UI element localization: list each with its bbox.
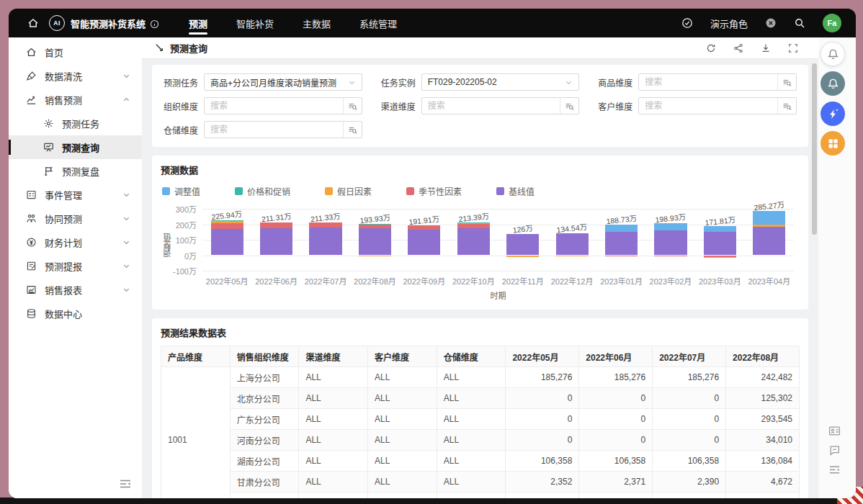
role-label[interactable]: 演示角色 [710, 17, 748, 30]
download-icon[interactable] [761, 43, 771, 53]
value-cell: 106,358 [506, 451, 579, 472]
nav-item-3[interactable]: 主数据 [300, 9, 333, 37]
bar-group-2023年04月: 285.27万 [745, 209, 794, 271]
bar-segment-假日因素[interactable] [753, 225, 785, 227]
legend-item-调整值[interactable]: 调整值 [162, 185, 200, 197]
sidebar-item-7[interactable]: 事件管理 [9, 183, 142, 207]
check-circle-icon[interactable] [681, 17, 693, 29]
notification-bell-button[interactable] [820, 42, 845, 66]
list-search-icon[interactable] [560, 98, 578, 114]
scrollbar-thumb[interactable] [812, 63, 817, 235]
sidebar-item-6[interactable]: 预测复盘 [9, 159, 142, 183]
ai-assistant-button[interactable] [820, 102, 845, 126]
x-tick-label: 2022年11月 [498, 275, 547, 287]
bolt-icon [827, 108, 839, 120]
list-search-icon[interactable] [343, 122, 362, 138]
table-row: 广东分公司ALLALLALL000293,545 [161, 409, 800, 430]
x-axis-label: 时期 [491, 289, 506, 301]
nav-item-1[interactable]: 预测 [187, 9, 210, 37]
home-icon[interactable] [27, 17, 39, 29]
menu-collapse-icon[interactable] [828, 464, 841, 476]
org-cell: 福建分公司 [230, 492, 299, 499]
bar-segment-假日因素[interactable] [704, 257, 736, 258]
bar-segment-季节性因素[interactable] [605, 256, 638, 257]
bar-segment-基线值[interactable] [654, 230, 687, 256]
sidebar-item-5[interactable]: 预测查询 [9, 135, 142, 159]
sidebar-item-4[interactable]: 预测任务 [9, 112, 142, 135]
user-card-icon[interactable] [828, 425, 841, 437]
legend-item-假日因素[interactable]: 假日因素 [325, 185, 372, 197]
select-control[interactable]: 商品+分公司月维度滚动销量预测 [204, 73, 362, 91]
x-tick-label: 2022年06月 [251, 275, 300, 287]
legend-item-季节性因素[interactable]: 季节性因素 [406, 185, 462, 197]
legend-item-价格和促销[interactable]: 价格和促销 [235, 185, 290, 197]
list-search-icon[interactable] [343, 98, 362, 114]
sidebar-item-10[interactable]: 预测提报 [9, 254, 142, 278]
search-input[interactable] [205, 101, 343, 111]
list-search-icon[interactable] [777, 74, 796, 90]
search-control[interactable] [421, 97, 580, 114]
nav-item-4[interactable]: 系统管理 [357, 9, 399, 37]
search-input[interactable] [422, 101, 560, 111]
message-bell-button[interactable] [820, 71, 845, 96]
sidebar-item-9[interactable]: 财务计划 [9, 230, 142, 254]
bar-segment-假日因素[interactable] [556, 256, 589, 256]
sidebar-item-2[interactable]: 数据清洗 [9, 64, 142, 88]
fullscreen-icon[interactable] [788, 43, 798, 53]
bar-segment-基线值[interactable] [211, 229, 243, 256]
search-control[interactable] [204, 97, 362, 114]
nav-item-2[interactable]: 智能补货 [234, 9, 276, 37]
sidebar-item-1[interactable]: 首页 [9, 40, 142, 64]
bar-segment-基线值[interactable] [605, 232, 638, 256]
bar-segment-基线值[interactable] [753, 227, 785, 256]
vertical-scrollbar[interactable] [812, 59, 817, 498]
legend-label: 基线值 [509, 185, 535, 197]
customer-cell: ALL [368, 472, 437, 492]
bar-segment-假日因素[interactable] [359, 256, 391, 257]
avatar[interactable]: Fa [823, 14, 841, 32]
bar-segment-基线值[interactable] [506, 234, 539, 255]
feedback-icon[interactable] [828, 444, 841, 456]
search-control[interactable] [204, 121, 362, 138]
apps-button[interactable] [820, 131, 845, 156]
close-circle-icon[interactable] [765, 17, 777, 29]
value-cell: 2,390 [653, 472, 726, 492]
legend-item-基线值[interactable]: 基线值 [496, 185, 535, 197]
search-icon[interactable] [794, 17, 805, 29]
grid-icon [827, 138, 839, 150]
sidebar-item-12[interactable]: 数据中心 [9, 302, 142, 325]
data-icon [26, 308, 37, 319]
bar-segment-假日因素[interactable] [506, 256, 539, 256]
bar-segment-基线值[interactable] [704, 232, 736, 255]
bar-segment-调整值[interactable] [753, 211, 785, 225]
share-icon[interactable] [733, 43, 743, 53]
list-search-icon[interactable] [777, 98, 796, 114]
sidebar-item-3[interactable]: 销售预测 [9, 88, 142, 112]
search-input[interactable] [639, 101, 777, 111]
sidebar-item-11[interactable]: 销售报表 [9, 278, 142, 302]
value-cell: 0 [506, 409, 579, 430]
search-input[interactable] [205, 125, 343, 135]
sidebar-item-8[interactable]: 协同预测 [9, 207, 142, 230]
channel-cell: ALL [299, 492, 368, 499]
table-header-3: 渠道维度 [299, 346, 368, 367]
sidebar-collapse-icon[interactable] [119, 478, 132, 490]
bar-segment-基线值[interactable] [359, 228, 391, 256]
select-control[interactable]: FT029-202205-02 [421, 73, 580, 91]
bar-segment-基线值[interactable] [408, 230, 440, 256]
filter-field-5: 渠道维度 [381, 97, 580, 114]
filter-label: 任务实例 [381, 76, 421, 89]
refresh-icon[interactable] [706, 43, 716, 53]
bar-segment-基线值[interactable] [260, 228, 292, 256]
trend-icon [26, 94, 37, 105]
bar-segment-基线值[interactable] [309, 228, 341, 256]
chevron-up-icon [122, 96, 130, 104]
warehouse-cell: ALL [437, 367, 506, 388]
search-control[interactable] [638, 73, 797, 91]
bar-segment-季节性因素[interactable] [654, 256, 687, 257]
search-control[interactable] [638, 97, 797, 114]
info-icon[interactable] [150, 19, 159, 28]
table-row: 北京分公司ALLALLALL000125,302 [161, 388, 800, 409]
bar-segment-基线值[interactable] [556, 233, 589, 256]
search-input[interactable] [639, 77, 777, 87]
